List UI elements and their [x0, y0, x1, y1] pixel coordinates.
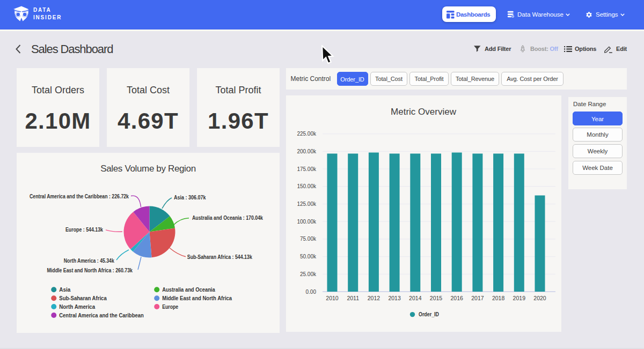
svg-text:2011: 2011 — [347, 295, 359, 301]
svg-text:150.00k: 150.00k — [297, 183, 317, 189]
svg-text:25.00k: 25.00k — [300, 271, 317, 277]
svg-text:75.00k: 75.00k — [300, 236, 317, 242]
svg-text:Sub-Saharan Africa: Sub-Saharan Africa — [59, 295, 107, 301]
svg-text:Middle East and North Africa: Middle East and North Africa — [162, 295, 232, 301]
svg-text:North America: North America — [59, 304, 95, 310]
svg-text:2019: 2019 — [513, 295, 526, 301]
svg-text:200.00k: 200.00k — [297, 148, 317, 154]
svg-text:Central America and the Caribb: Central America and the Caribbean — [59, 313, 144, 318]
svg-text:Metric Overview: Metric Overview — [391, 107, 457, 117]
svg-text:Asia : 306.07k: Asia : 306.07k — [174, 195, 206, 201]
svg-text:Europe: Europe — [162, 304, 178, 310]
svg-text:Central America and the Caribb: Central America and the Caribbean : 226.… — [30, 194, 129, 199]
svg-text:North America : 45.34k: North America : 45.34k — [64, 258, 114, 264]
svg-text:100.00k: 100.00k — [297, 219, 317, 225]
svg-text:2020: 2020 — [533, 295, 546, 301]
svg-text:Order_ID: Order_ID — [419, 311, 439, 317]
svg-text:Australia and Oceania : 170.04: Australia and Oceania : 170.04k — [192, 215, 263, 221]
svg-text:2010: 2010 — [326, 295, 339, 301]
svg-text:2018: 2018 — [492, 295, 505, 301]
svg-text:2014: 2014 — [409, 295, 422, 301]
svg-text:2013: 2013 — [388, 295, 401, 301]
svg-text:2016: 2016 — [451, 295, 464, 301]
svg-text:2017: 2017 — [471, 295, 484, 301]
svg-text:125.00k: 125.00k — [297, 201, 317, 207]
svg-text:2015: 2015 — [430, 295, 443, 301]
svg-text:Australia and Oceania: Australia and Oceania — [162, 287, 215, 293]
svg-text:Europe : 544.13k: Europe : 544.13k — [65, 227, 103, 233]
svg-text:Sales Volume by Region: Sales Volume by Region — [100, 164, 196, 174]
svg-text:0.00: 0.00 — [306, 289, 317, 295]
svg-text:2012: 2012 — [368, 295, 380, 301]
svg-text:Sub-Saharan Africa : 544.13k: Sub-Saharan Africa : 544.13k — [187, 254, 252, 260]
svg-text:175.00k: 175.00k — [297, 166, 317, 172]
svg-text:Middle East and North Africa :: Middle East and North Africa : 260.73k — [47, 268, 133, 273]
svg-text:Asia: Asia — [59, 287, 70, 293]
svg-text:225.00k: 225.00k — [297, 131, 317, 137]
svg-text:50.00k: 50.00k — [300, 254, 317, 259]
